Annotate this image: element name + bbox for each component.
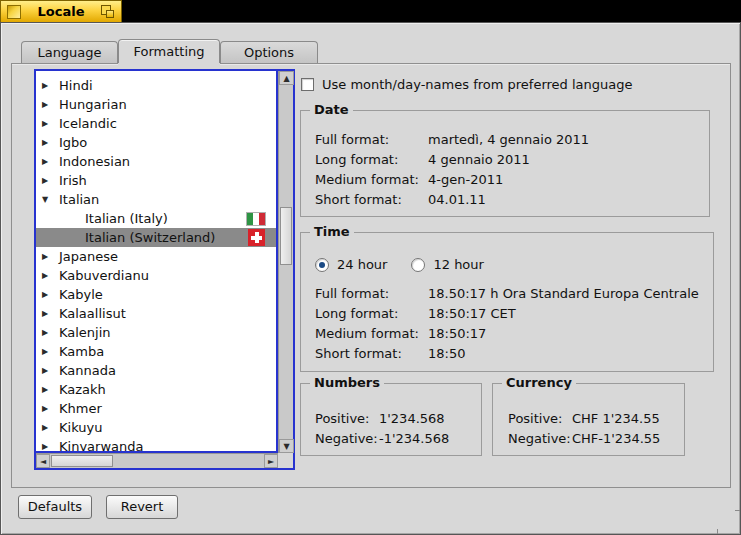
list-item[interactable]: ▶Kabyle	[36, 285, 276, 304]
expand-arrow-icon[interactable]: ▶	[42, 328, 56, 337]
expand-arrow-icon[interactable]: ▶	[42, 271, 56, 280]
format-value: 18:50	[428, 345, 465, 363]
list-item[interactable]: ▶Kannada	[36, 361, 276, 380]
time-medium-format-row: Medium format: 18:50:17	[315, 325, 486, 343]
format-label: Full format:	[315, 131, 428, 149]
list-item[interactable]: ▶Kazakh	[36, 380, 276, 399]
format-value: CHF-1'234.55	[572, 430, 660, 448]
format-label: Negative:	[315, 430, 379, 448]
list-item[interactable]: Italian (Switzerland)	[36, 228, 276, 247]
expand-arrow-icon[interactable]: ▶	[42, 309, 56, 318]
expand-arrow-icon[interactable]: ▶	[42, 347, 56, 356]
list-item[interactable]: ▶Japanese	[36, 247, 276, 266]
list-item[interactable]: ▶Icelandic	[36, 114, 276, 133]
language-label: Kabyle	[59, 287, 103, 302]
expand-arrow-icon[interactable]: ▶	[42, 157, 56, 166]
format-label: Positive:	[315, 410, 379, 428]
list-item[interactable]: ▶Khmer	[36, 399, 276, 418]
expand-arrow-icon[interactable]: ▶	[42, 176, 56, 185]
format-value: 18:50:17 CET	[428, 305, 516, 323]
radio-24-hour-label: 24 hour	[337, 257, 387, 272]
radio-12-hour[interactable]	[411, 258, 425, 272]
zoom-square-front	[106, 10, 114, 18]
language-label: Kazakh	[59, 382, 106, 397]
expand-arrow-icon[interactable]: ▶	[42, 138, 56, 147]
list-item[interactable]: ▶Igbo	[36, 133, 276, 152]
format-value: 18:50:17	[428, 325, 486, 343]
tab-formatting[interactable]: Formatting	[118, 39, 220, 63]
time-long-format-row: Long format: 18:50:17 CET	[315, 305, 516, 323]
tab-language[interactable]: Language	[21, 41, 118, 63]
date-long-format-row: Long format: 4 gennaio 2011	[315, 151, 530, 169]
format-label: Negative:	[508, 430, 572, 448]
scroll-down-icon[interactable]: ▼	[279, 439, 294, 453]
language-label: Italian (Switzerland)	[85, 230, 215, 245]
list-item[interactable]: ▶Kikuyu	[36, 418, 276, 437]
language-label: Khmer	[59, 401, 102, 416]
horizontal-scrollbar[interactable]: ◄ ►	[36, 453, 278, 468]
list-item[interactable]: ▶Kalaallisut	[36, 304, 276, 323]
format-value: CHF 1'234.55	[572, 410, 660, 428]
screen: Locale Language Formatting Options ▶Hebr…	[0, 0, 741, 535]
expand-arrow-icon[interactable]: ▶	[42, 290, 56, 299]
expand-arrow-icon[interactable]: ▶	[42, 81, 56, 90]
language-label: Icelandic	[59, 116, 117, 131]
revert-button[interactable]: Revert	[106, 495, 178, 519]
collapse-arrow-icon[interactable]: ▼	[42, 195, 56, 204]
numbers-groupbox: Numbers Positive: 1'234.568 Negative: -1…	[300, 383, 482, 456]
expand-arrow-icon[interactable]: ▶	[42, 442, 56, 451]
expand-arrow-icon[interactable]: ▶	[42, 423, 56, 432]
format-label: Short format:	[315, 191, 428, 209]
format-value: -1'234.568	[379, 430, 449, 448]
expand-arrow-icon[interactable]: ▶	[42, 366, 56, 375]
list-item[interactable]: ▶Kalenjin	[36, 323, 276, 342]
language-label: Kalenjin	[59, 325, 111, 340]
italy-flag-icon	[246, 212, 266, 226]
list-item[interactable]: ▶Kamba	[36, 342, 276, 361]
radio-24-hour[interactable]	[315, 258, 329, 272]
list-item[interactable]: ▶Irish	[36, 171, 276, 190]
list-item[interactable]: ▶Kinyarwanda	[36, 437, 276, 453]
list-item[interactable]: ▶Hungarian	[36, 95, 276, 114]
vertical-scrollbar[interactable]: ▲ ▼	[278, 71, 293, 453]
window-title-bar[interactable]: Locale	[0, 0, 122, 22]
date-group-title: Date	[310, 102, 353, 117]
format-label: Medium format:	[315, 171, 428, 189]
scroll-right-icon[interactable]: ►	[264, 454, 278, 468]
tab-options[interactable]: Options	[220, 41, 318, 63]
expand-arrow-icon[interactable]: ▶	[42, 100, 56, 109]
list-item[interactable]: ▼Italian	[36, 190, 276, 209]
format-value: 1'234.568	[379, 410, 445, 428]
expand-arrow-icon[interactable]: ▶	[42, 404, 56, 413]
currency-negative-row: Negative: CHF-1'234.55	[508, 430, 660, 448]
language-label: Kalaallisut	[59, 306, 126, 321]
time-short-format-row: Short format: 18:50	[315, 345, 465, 363]
time-full-format-row: Full format: 18.50:17 h Ora Standard Eur…	[315, 285, 699, 303]
date-groupbox: Date Full format: martedì, 4 gennaio 201…	[300, 110, 710, 217]
language-label: Italian	[59, 192, 99, 207]
list-item[interactable]: Italian (Italy)	[36, 209, 276, 228]
list-item[interactable]: ▶Indonesian	[36, 152, 276, 171]
format-label: Long format:	[315, 151, 428, 169]
list-item[interactable]: ▶Hindi	[36, 76, 276, 95]
zoom-icon[interactable]	[101, 5, 117, 20]
time-groupbox: Time 24 hour 12 hour Full format: 18.50:…	[300, 232, 714, 372]
language-list-items: ▶Hebrew▶Hindi▶Hungarian▶Icelandic▶Igbo▶I…	[36, 71, 276, 453]
use-month-day-names-checkbox[interactable]	[301, 78, 314, 91]
language-label: Italian (Italy)	[85, 211, 168, 226]
scroll-up-icon[interactable]: ▲	[279, 71, 294, 85]
format-value: 4 gennaio 2011	[428, 151, 530, 169]
expand-arrow-icon[interactable]: ▶	[42, 119, 56, 128]
language-list[interactable]: ▶Hebrew▶Hindi▶Hungarian▶Icelandic▶Igbo▶I…	[36, 71, 278, 453]
resize-grip-bottom[interactable]	[717, 529, 718, 534]
expand-arrow-icon[interactable]: ▶	[42, 252, 56, 261]
expand-arrow-icon[interactable]: ▶	[42, 385, 56, 394]
vertical-scroll-thumb[interactable]	[280, 207, 292, 265]
horizontal-scroll-thumb[interactable]	[51, 455, 113, 467]
scroll-left-icon[interactable]: ◄	[36, 454, 50, 468]
defaults-button[interactable]: Defaults	[18, 495, 92, 519]
list-item[interactable]: ▶Kabuverdianu	[36, 266, 276, 285]
resize-grip-right[interactable]	[735, 510, 740, 511]
use-month-day-names-label: Use month/day-names from preferred langu…	[322, 77, 633, 92]
locale-window: Language Formatting Options ▶Hebrew▶Hind…	[0, 22, 741, 535]
